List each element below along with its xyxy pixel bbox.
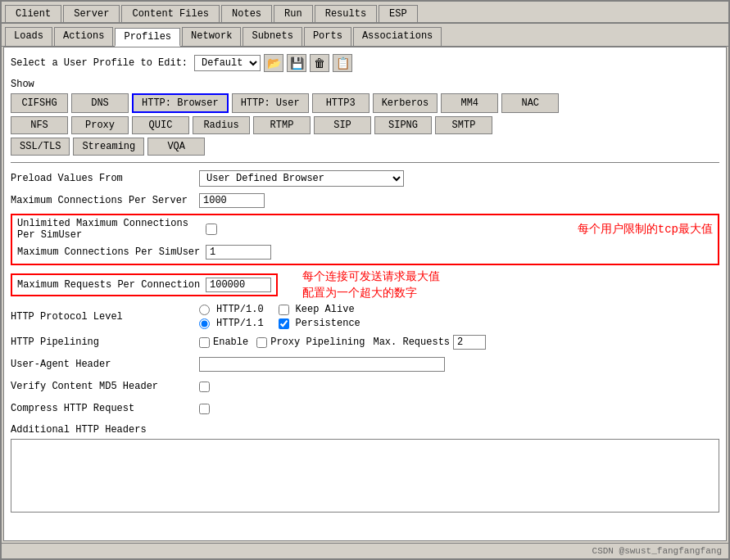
- tab-ports[interactable]: Ports: [304, 27, 351, 46]
- max-requests-input[interactable]: [453, 335, 486, 350]
- persistence-label: Persistence: [296, 318, 360, 329]
- tab-run[interactable]: Run: [274, 5, 313, 22]
- http-protocol-options: HTTP/1.0 Keep Alive HTTP/1.1 Persistence: [199, 304, 719, 329]
- show-btn-dns[interactable]: DNS: [71, 93, 129, 113]
- show-btn-radius[interactable]: Radius: [193, 116, 250, 134]
- show-btn-sipng[interactable]: SIPNG: [374, 116, 432, 134]
- max-conn-simuser-row: Maximum Connections Per SimUser: [17, 243, 713, 261]
- compress-row: Compress HTTP Request: [11, 400, 719, 418]
- tab-actions[interactable]: Actions: [54, 27, 113, 46]
- max-requests-item: Max. Requests: [373, 335, 486, 350]
- http11-row: HTTP/1.1 Persistence: [199, 318, 367, 329]
- additional-headers-textarea[interactable]: [11, 439, 719, 513]
- additional-headers-section: Additional HTTP Headers: [11, 424, 719, 516]
- show-btn-mm4[interactable]: MM4: [441, 93, 498, 113]
- show-btn-http-browser[interactable]: HTTP: Browser: [132, 93, 229, 113]
- footer: CSDN @swust_fangfangfang: [2, 543, 728, 558]
- pipelining-options: Enable Proxy Pipelining Max. Requests: [199, 335, 719, 350]
- show-section-label: Show: [11, 79, 719, 90]
- http-protocol-label: HTTP Protocol Level: [11, 311, 199, 323]
- user-agent-row: User-Agent Header: [11, 355, 719, 373]
- show-btn-streaming[interactable]: Streaming: [73, 138, 144, 156]
- show-btn-nac[interactable]: NAC: [501, 93, 559, 113]
- max-conn-simuser-label: Maximum Connections Per SimUser: [17, 246, 206, 258]
- unlimited-simuser-checkbox[interactable]: [206, 224, 217, 235]
- max-conn-server-label: Maximum Connections Per Server: [11, 195, 199, 206]
- pipelining-label: HTTP Pipelining: [11, 336, 199, 348]
- compress-label: Compress HTTP Request: [11, 403, 199, 414]
- show-buttons-row2: NFS Proxy QUIC Radius RTMP SIP SIPNG SMT…: [11, 116, 719, 134]
- http11-radio[interactable]: [199, 318, 210, 329]
- user-agent-input[interactable]: [199, 357, 445, 372]
- tab-notes[interactable]: Notes: [221, 5, 272, 22]
- profile-dropdown[interactable]: Default: [194, 55, 261, 71]
- proxy-pipeline-checkbox[interactable]: [256, 337, 267, 348]
- max-conn-simuser-input[interactable]: [206, 245, 271, 260]
- footer-text: CSDN @swust_fangfangfang: [592, 546, 722, 556]
- tab-associations[interactable]: Associations: [353, 27, 442, 46]
- preload-dropdown[interactable]: User Defined Browser: [199, 170, 404, 187]
- tab-loads[interactable]: Loads: [5, 27, 52, 46]
- tab-esp[interactable]: ESP: [379, 5, 418, 22]
- show-btn-nfs[interactable]: NFS: [11, 116, 68, 134]
- show-btn-sip[interactable]: SIP: [314, 116, 371, 134]
- max-req-conn-input[interactable]: [206, 278, 271, 292]
- proxy-pipeline-label: Proxy Pipelining: [270, 336, 365, 348]
- simuser-highlight-box: Unlimited Maximum Connections Per SimUse…: [11, 214, 719, 265]
- enable-pipeline-label: Enable: [213, 336, 248, 348]
- main-window: Client Server Content Files Notes Run Re…: [0, 0, 730, 560]
- max-conn-server-value: [199, 193, 719, 208]
- show-btn-cifshg[interactable]: CIFSHG: [11, 93, 68, 113]
- show-btn-rtmp[interactable]: RTMP: [253, 116, 311, 134]
- tab-content-files[interactable]: Content Files: [121, 5, 220, 22]
- max-requests-label: Max. Requests: [373, 336, 450, 348]
- tab-profiles[interactable]: Profiles: [115, 28, 180, 47]
- http10-radio[interactable]: [199, 305, 210, 315]
- enable-pipeline-item: Enable: [199, 336, 248, 348]
- show-buttons-row3: SSL/TLS Streaming VQA: [11, 138, 719, 156]
- profile-copy-button[interactable]: 📋: [333, 54, 352, 72]
- user-agent-label: User-Agent Header: [11, 359, 199, 370]
- show-buttons-row1: CIFSHG DNS HTTP: Browser HTTP: User HTTP…: [11, 93, 719, 113]
- proxy-pipeline-item: Proxy Pipelining: [256, 336, 365, 348]
- keep-alive-checkbox[interactable]: [279, 305, 289, 315]
- tab-results[interactable]: Results: [315, 5, 377, 22]
- main-content-area: Select a User Profile to Edit: Default 📂…: [3, 47, 727, 541]
- pipelining-row: HTTP Pipelining Enable Proxy Pipelining …: [11, 333, 719, 351]
- additional-headers-label: Additional HTTP Headers: [11, 424, 719, 436]
- profile-selector-label: Select a User Profile to Edit:: [11, 57, 188, 69]
- show-btn-http3[interactable]: HTTP3: [312, 93, 370, 113]
- max-req-conn-wrapper: Maximum Requests Per Connection 每个连接可发送请…: [11, 269, 719, 300]
- unlimited-simuser-row: Unlimited Maximum Connections Per SimUse…: [17, 218, 713, 241]
- profile-load-button[interactable]: 📂: [264, 54, 283, 72]
- show-btn-ssltls[interactable]: SSL/TLS: [11, 138, 70, 156]
- show-btn-proxy[interactable]: Proxy: [71, 116, 129, 134]
- compress-checkbox[interactable]: [199, 404, 210, 414]
- annotation-tcp-max: 每个用户限制的tcp最大值: [578, 222, 713, 237]
- tab-server[interactable]: Server: [63, 5, 120, 22]
- profile-save-button[interactable]: 💾: [287, 54, 306, 72]
- profile-selector-row: Select a User Profile to Edit: Default 📂…: [11, 54, 719, 72]
- show-btn-http-user[interactable]: HTTP: User: [232, 93, 309, 113]
- compress-value: [199, 404, 719, 414]
- show-btn-quic[interactable]: QUIC: [132, 116, 189, 134]
- show-btn-vqa[interactable]: VQA: [147, 138, 205, 156]
- persistence-checkbox[interactable]: [279, 318, 289, 329]
- enable-pipeline-checkbox[interactable]: [199, 337, 210, 348]
- tab-subnets[interactable]: Subnets: [243, 27, 302, 46]
- verify-md5-checkbox[interactable]: [199, 382, 210, 392]
- preload-row: Preload Values From User Defined Browser: [11, 169, 719, 187]
- unlimited-simuser-label: Unlimited Maximum Connections Per SimUse…: [17, 218, 206, 241]
- show-btn-kerberos[interactable]: Kerberos: [373, 93, 438, 113]
- user-agent-value: [199, 357, 719, 372]
- unlimited-simuser-value: [206, 224, 561, 235]
- verify-md5-row: Verify Content MD5 Header: [11, 377, 719, 395]
- http11-label: HTTP/1.1: [216, 318, 264, 329]
- max-conn-server-input[interactable]: [199, 193, 265, 208]
- show-btn-smtp[interactable]: SMTP: [435, 116, 492, 134]
- tab-network[interactable]: Network: [182, 27, 241, 46]
- annotation-req-max: 每个连接可发送请求最大值 配置为一个超大的数字: [302, 269, 440, 300]
- form-section: Preload Values From User Defined Browser…: [11, 169, 719, 516]
- tab-client[interactable]: Client: [5, 5, 61, 22]
- profile-delete-button[interactable]: 🗑: [310, 54, 329, 72]
